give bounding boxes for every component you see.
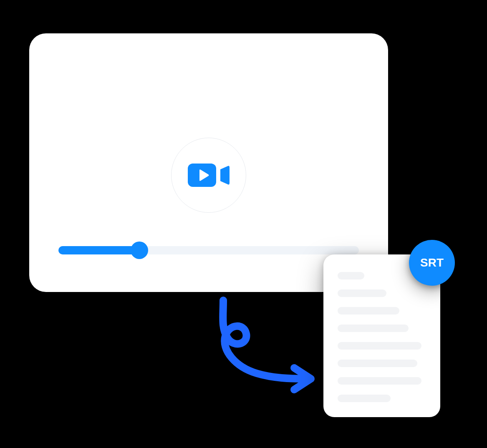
- progress-fill: [58, 246, 139, 254]
- video-camera-icon: [188, 162, 230, 189]
- progress-slider[interactable]: [58, 246, 359, 254]
- srt-document-card: SRT: [323, 254, 440, 417]
- curly-arrow-icon: [186, 300, 319, 396]
- video-player-card: [29, 33, 388, 292]
- doc-line: [338, 289, 386, 297]
- doc-line: [338, 395, 391, 402]
- play-button[interactable]: [171, 138, 246, 213]
- doc-line: [338, 272, 364, 279]
- srt-badge-label: SRT: [420, 256, 444, 269]
- doc-line: [338, 342, 421, 350]
- doc-line: [338, 377, 421, 385]
- doc-line: [338, 307, 399, 315]
- srt-badge: SRT: [409, 240, 455, 286]
- doc-line: [338, 325, 409, 332]
- progress-thumb[interactable]: [131, 242, 148, 259]
- doc-line: [338, 360, 417, 367]
